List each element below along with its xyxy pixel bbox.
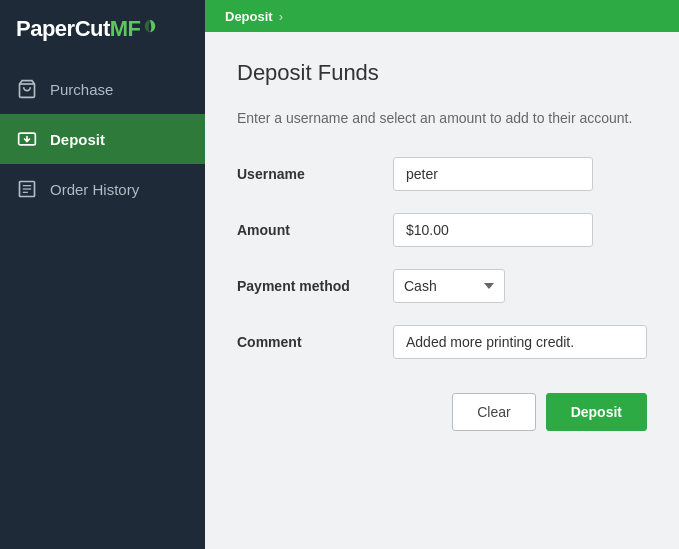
deposit-button[interactable]: Deposit	[546, 393, 647, 431]
logo-leaf-icon	[143, 19, 157, 33]
sidebar-item-label-deposit: Deposit	[50, 131, 105, 148]
sidebar-item-purchase[interactable]: Purchase	[0, 64, 205, 114]
payment-label: Payment method	[237, 278, 377, 294]
page-title: Deposit Funds	[237, 60, 647, 86]
payment-method-select[interactable]: Cash Credit Card Cheque	[393, 269, 505, 303]
sidebar: PaperCut MF Purchase	[0, 0, 205, 549]
button-row: Clear Deposit	[237, 383, 647, 431]
cart-icon	[16, 78, 38, 100]
instruction-text: Enter a username and select an amount to…	[237, 108, 647, 129]
amount-row: Amount	[237, 213, 647, 247]
amount-input[interactable]	[393, 213, 593, 247]
clear-button[interactable]: Clear	[452, 393, 535, 431]
main-content: Deposit › Deposit Funds Enter a username…	[205, 0, 679, 549]
username-label: Username	[237, 166, 377, 182]
sidebar-nav: Purchase Deposit Order His	[0, 64, 205, 214]
logo: PaperCut MF	[16, 18, 157, 40]
comment-label: Comment	[237, 334, 377, 350]
sidebar-item-deposit[interactable]: Deposit	[0, 114, 205, 164]
breadcrumb-label: Deposit	[225, 9, 273, 24]
deposit-form: Username Amount Payment method Cash Cred…	[237, 157, 647, 359]
sidebar-item-order-history[interactable]: Order History	[0, 164, 205, 214]
deposit-icon	[16, 128, 38, 150]
logo-area: PaperCut MF	[0, 0, 205, 60]
sidebar-item-label-order-history: Order History	[50, 181, 139, 198]
username-row: Username	[237, 157, 647, 191]
logo-text-mf: MF	[110, 18, 141, 40]
comment-row: Comment	[237, 325, 647, 359]
content-area: Deposit Funds Enter a username and selec…	[205, 32, 679, 549]
order-history-icon	[16, 178, 38, 200]
breadcrumb-bar: Deposit ›	[205, 0, 679, 32]
logo-text-papercut: PaperCut	[16, 18, 110, 40]
payment-row: Payment method Cash Credit Card Cheque	[237, 269, 647, 303]
breadcrumb-arrow-icon: ›	[279, 9, 283, 24]
sidebar-item-label-purchase: Purchase	[50, 81, 113, 98]
comment-input[interactable]	[393, 325, 647, 359]
username-input[interactable]	[393, 157, 593, 191]
amount-label: Amount	[237, 222, 377, 238]
